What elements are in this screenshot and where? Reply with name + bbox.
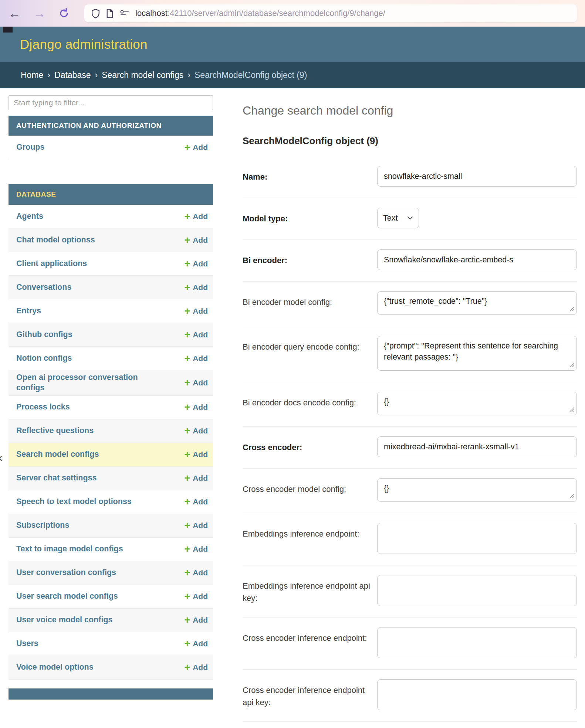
add-subscriptions-button[interactable]: +Add bbox=[184, 521, 208, 530]
name-input[interactable] bbox=[377, 166, 577, 187]
bi-encoder-model-config-label: Bi encoder model config: bbox=[243, 291, 377, 315]
breadcrumb-separator: › bbox=[47, 70, 50, 80]
embeddings-inference-endpoint-api-key-input[interactable] bbox=[377, 575, 577, 606]
embeddings-inference-endpoint-input[interactable] bbox=[377, 523, 577, 554]
entrys-link[interactable]: Entrys bbox=[16, 306, 41, 316]
page-title: Change search model config bbox=[243, 104, 577, 118]
bi-encoder-query-encode-config-textarea[interactable]: {"prompt": "Represent this sentence for … bbox=[377, 336, 577, 371]
add-open-ai-processor-button[interactable]: +Add bbox=[184, 378, 208, 387]
resize-handle-icon[interactable] bbox=[569, 363, 574, 367]
bi-encoder-input[interactable] bbox=[377, 249, 577, 270]
url-text: localhost:42110/server/admin/database/se… bbox=[135, 8, 385, 18]
text-to-image-model-configs-link[interactable]: Text to image model configs bbox=[16, 544, 123, 554]
voice-model-options-link[interactable]: Voice model options bbox=[16, 662, 94, 673]
nav-sidebar: AUTHENTICATION AND AUTHORIZATION Groups … bbox=[9, 88, 213, 700]
auth-module: AUTHENTICATION AND AUTHORIZATION Groups … bbox=[9, 116, 213, 159]
add-voice-model-options-button[interactable]: +Add bbox=[184, 663, 208, 672]
add-conversations-button[interactable]: +Add bbox=[184, 283, 208, 292]
embeddings-inference-endpoint-label: Embeddings inference endpoint: bbox=[243, 523, 377, 554]
sidebar-item-github-configs: Github configs +Add bbox=[9, 323, 213, 347]
sidebar-item-voice-model-options: Voice model options +Add bbox=[9, 656, 213, 680]
shield-icon[interactable] bbox=[91, 8, 100, 18]
users-link[interactable]: Users bbox=[16, 639, 38, 649]
browser-forward-button[interactable]: → bbox=[33, 7, 46, 20]
database-module: DATABASE Agents +Add Chat model optionss… bbox=[9, 184, 213, 680]
form-row-cross-encoder-model-config: Cross encoder model config: {} bbox=[243, 469, 577, 513]
add-reflective-questions-button[interactable]: +Add bbox=[184, 426, 208, 435]
cross-encoder-input[interactable] bbox=[377, 436, 577, 457]
user-search-model-configs-link[interactable]: User search model configs bbox=[16, 591, 118, 602]
model-type-select[interactable]: Text bbox=[377, 208, 419, 228]
bi-encoder-model-config-textarea[interactable]: {"trust_remote_code": "True"} bbox=[377, 291, 577, 315]
resize-handle-icon[interactable] bbox=[569, 407, 574, 412]
add-process-locks-button[interactable]: +Add bbox=[184, 403, 208, 412]
add-github-configs-button[interactable]: +Add bbox=[184, 330, 208, 339]
refresh-icon bbox=[58, 8, 70, 19]
resize-handle-icon[interactable] bbox=[569, 307, 574, 312]
add-agents-button[interactable]: +Add bbox=[184, 212, 208, 221]
breadcrumb-home[interactable]: Home bbox=[21, 70, 43, 80]
github-configs-link[interactable]: Github configs bbox=[16, 330, 72, 340]
add-chat-model-optionss-button[interactable]: +Add bbox=[184, 236, 208, 245]
form-row-bi-encoder-model-config: Bi encoder model config: {"trust_remote_… bbox=[243, 282, 577, 326]
add-text-to-image-button[interactable]: +Add bbox=[184, 545, 208, 554]
sidebar-item-agents: Agents +Add bbox=[9, 205, 213, 228]
browser-refresh-button[interactable] bbox=[58, 8, 70, 19]
cross-encoder-inference-endpoint-api-key-input[interactable] bbox=[377, 679, 577, 710]
auth-module-header: AUTHENTICATION AND AUTHORIZATION bbox=[9, 116, 213, 136]
bi-encoder-docs-encode-config-label: Bi encoder docs encode config: bbox=[243, 392, 377, 415]
agents-link[interactable]: Agents bbox=[16, 211, 43, 222]
add-server-chat-settingss-button[interactable]: +Add bbox=[184, 474, 208, 483]
window-edge-notch bbox=[3, 27, 13, 33]
add-speech-to-text-button[interactable]: +Add bbox=[184, 497, 208, 506]
name-label: Name: bbox=[243, 166, 377, 187]
notion-configs-link[interactable]: Notion configs bbox=[16, 353, 72, 364]
sidebar-item-conversations: Conversations +Add bbox=[9, 276, 213, 299]
sidebar-item-chat-model-optionss: Chat model optionss +Add bbox=[9, 228, 213, 252]
client-applications-link[interactable]: Client applications bbox=[16, 259, 87, 269]
sidebar-collapse-toggle[interactable]: ‹ bbox=[0, 450, 3, 465]
add-user-search-model-configs-button[interactable]: +Add bbox=[184, 592, 208, 601]
sidebar-item-open-ai-processor-conversation-configs: Open ai processor conversation configs +… bbox=[9, 370, 213, 396]
add-client-applications-button[interactable]: +Add bbox=[184, 259, 208, 268]
site-title[interactable]: Django administration bbox=[20, 37, 148, 52]
cross-encoder-inference-endpoint-input[interactable] bbox=[377, 627, 577, 658]
cross-encoder-model-config-textarea[interactable]: {} bbox=[377, 478, 577, 502]
bi-encoder-docs-encode-config-textarea[interactable]: {} bbox=[377, 392, 577, 415]
subscriptions-link[interactable]: Subscriptions bbox=[16, 520, 69, 531]
site-settings-icon[interactable] bbox=[119, 9, 130, 17]
breadcrumb: Home › Database › Search model configs ›… bbox=[0, 62, 585, 88]
form-row-cross-encoder-inference-endpoint-api-key: Cross encoder inference endpoint api key… bbox=[243, 670, 577, 722]
conversations-link[interactable]: Conversations bbox=[16, 282, 71, 293]
add-groups-button[interactable]: +Add bbox=[184, 143, 208, 152]
user-conversation-configs-link[interactable]: User conversation configs bbox=[16, 568, 116, 578]
breadcrumb-search-model-configs[interactable]: Search model configs bbox=[102, 70, 183, 80]
page-icon[interactable] bbox=[106, 8, 114, 18]
process-locks-link[interactable]: Process locks bbox=[16, 402, 70, 412]
add-user-conversation-configs-button[interactable]: +Add bbox=[184, 568, 208, 577]
user-voice-model-configs-link[interactable]: User voice model configs bbox=[16, 615, 112, 625]
server-chat-settingss-link[interactable]: Server chat settingss bbox=[16, 473, 97, 483]
open-ai-processor-conversation-configs-link[interactable]: Open ai processor conversation configs bbox=[16, 372, 144, 393]
browser-back-button[interactable]: ← bbox=[8, 7, 21, 20]
add-search-model-configs-button[interactable]: +Add bbox=[184, 450, 208, 459]
breadcrumb-current: SearchModelConfig object (9) bbox=[195, 70, 307, 80]
add-entrys-button[interactable]: +Add bbox=[184, 307, 208, 316]
cross-encoder-inference-endpoint-label: Cross encoder inference endpoint: bbox=[243, 627, 377, 658]
form-row-bi-encoder-docs-encode-config: Bi encoder docs encode config: {} bbox=[243, 382, 577, 427]
add-user-voice-model-configs-button[interactable]: +Add bbox=[184, 616, 208, 625]
address-bar[interactable]: localhost:42110/server/admin/database/se… bbox=[84, 4, 577, 22]
reflective-questions-link[interactable]: Reflective questions bbox=[16, 426, 94, 436]
bi-encoder-label: Bi encoder: bbox=[243, 249, 377, 270]
search-model-configs-link[interactable]: Search model configs bbox=[16, 449, 99, 460]
sidebar-item-users: Users +Add bbox=[9, 632, 213, 656]
speech-to-text-model-optionss-link[interactable]: Speech to text model optionss bbox=[16, 497, 132, 507]
embeddings-inference-endpoint-api-key-label: Embeddings inference endpoint api key: bbox=[243, 575, 377, 606]
add-notion-configs-button[interactable]: +Add bbox=[184, 354, 208, 363]
add-users-button[interactable]: +Add bbox=[184, 639, 208, 648]
resize-handle-icon[interactable] bbox=[569, 494, 574, 499]
sidebar-filter-input[interactable] bbox=[9, 95, 213, 110]
breadcrumb-database[interactable]: Database bbox=[54, 70, 91, 80]
chat-model-optionss-link[interactable]: Chat model optionss bbox=[16, 235, 95, 245]
groups-link[interactable]: Groups bbox=[16, 142, 44, 153]
